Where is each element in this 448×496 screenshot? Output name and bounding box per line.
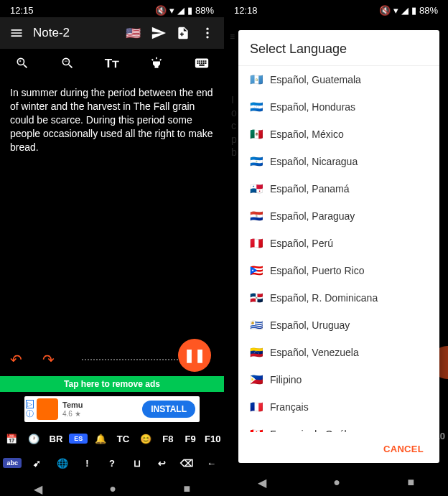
key-br[interactable]: BR (47, 434, 65, 444)
language-name: Español, Guatemala (270, 74, 361, 85)
keyboard-row-1: 📅 🕐 BR ES 🔔 TC 😊 F8 F9 F10 (0, 426, 224, 451)
key-f9[interactable]: F9 (181, 434, 200, 444)
ad-install-button[interactable]: INSTALL (142, 401, 195, 418)
dialog-actions: CANCEL (238, 432, 439, 463)
language-name: Español, México (270, 128, 344, 140)
language-item[interactable]: 🇫🇷Français (238, 393, 439, 421)
language-item[interactable]: 🇺🇾Español, Uruguay (238, 312, 439, 339)
flag-icon: 🇭🇳 (250, 100, 263, 113)
ad-subtitle: 4.6 ★ (62, 410, 81, 418)
nav-back-icon[interactable]: ◀ (34, 482, 42, 496)
globe-icon[interactable]: 🌐 (53, 458, 72, 469)
ad-label-icon: ▷ (26, 400, 34, 408)
phone-left: 12:15 🔇 ▾ ◢ ▮ 88% Note-2 🇺🇸 T (0, 0, 224, 496)
key-f8[interactable]: F8 (159, 434, 177, 444)
language-item[interactable]: 🇵🇭Filipino (238, 366, 439, 393)
send-icon[interactable] (146, 17, 171, 49)
zoom-out-icon[interactable] (53, 49, 82, 78)
battery-percent: 88% (195, 5, 214, 16)
text-format-icon[interactable]: Tᴛ (98, 49, 126, 78)
badge-icon[interactable]: ES (69, 434, 88, 444)
battery-icon: ▮ (411, 5, 416, 16)
status-bar: 12:15 🔇 ▾ ◢ ▮ 88% (0, 0, 224, 17)
ad-info-icon: ⓘ (26, 408, 34, 419)
key-excl[interactable]: ! (78, 458, 96, 469)
flag-icon: 🇺🇾 (250, 319, 263, 332)
remove-ads-bar[interactable]: Tap here to remove ads (0, 376, 224, 392)
ad-banner[interactable]: ▷ ⓘ Temu 4.6 ★ INSTALL (24, 396, 200, 422)
redo-icon[interactable]: ↷ (42, 351, 55, 368)
smile-icon[interactable]: 😊 (136, 434, 155, 444)
svg-point-0 (206, 28, 208, 30)
key-space[interactable]: ⊔ (128, 458, 146, 469)
language-item[interactable]: 🇵🇦Español, Panamá (238, 175, 439, 202)
nav-home-icon[interactable]: ● (109, 482, 116, 495)
mute-icon: 🔇 (379, 5, 391, 16)
menu-icon[interactable] (4, 17, 29, 49)
language-item[interactable]: 🇭🇳Español, Honduras (238, 93, 439, 121)
clock-icon[interactable]: 🕐 (24, 434, 43, 444)
language-name: Español, Panamá (270, 183, 350, 195)
language-name: Español, Puerto Rico (270, 265, 365, 276)
arrow-icon[interactable]: ➹ (28, 458, 47, 469)
key-tc[interactable]: TC (114, 434, 133, 444)
nav-home-icon[interactable]: ● (333, 476, 340, 489)
flag-icon: 🇫🇷 (250, 401, 263, 413)
key-left[interactable]: ← (202, 458, 221, 469)
bell-icon[interactable]: 🔔 (91, 434, 110, 444)
language-item[interactable]: 🇩🇴Español, R. Dominicana (238, 284, 439, 312)
nav-bar: ◀ ● ■ (224, 469, 448, 496)
undo-icon[interactable]: ↶ (10, 351, 22, 368)
editor-toolbar: Tᴛ (0, 49, 224, 78)
language-item[interactable]: 🇻🇪Español, Venezuela (238, 339, 439, 366)
language-item[interactable]: 🇵🇷Español, Puerto Rico (238, 257, 439, 284)
ad-text: Temu 4.6 ★ (62, 401, 142, 418)
key-f10[interactable]: F10 (203, 434, 222, 444)
pause-fab[interactable]: ❚❚ (178, 339, 211, 372)
select-language-dialog: Select Language 🇬🇹Español, Guatemala🇭🇳Es… (238, 30, 439, 463)
flag-icon: 🇬🇹 (250, 73, 263, 86)
keyboard-icon[interactable] (187, 49, 216, 78)
overflow-icon[interactable] (195, 17, 220, 49)
flag-icon: 🇲🇽 (250, 128, 263, 141)
flag-icon: 🇵🇭 (250, 373, 263, 386)
dialog-title: Select Language (238, 30, 439, 66)
undo-row: ↶ ↷ ❚❚ (0, 343, 224, 376)
battery-icon: ▮ (187, 5, 192, 16)
ad-title: Temu (62, 401, 83, 409)
nav-recents-icon[interactable]: ■ (408, 476, 415, 489)
language-item[interactable]: 🇲🇽Español, México (238, 121, 439, 148)
signal-icon: ◢ (401, 5, 409, 16)
status-right: 🔇 ▾ ◢ ▮ 88% (379, 5, 438, 16)
mute-icon: 🔇 (155, 5, 167, 16)
language-item[interactable]: 🇵🇪Español, Perú (238, 230, 439, 257)
flag-icon: 🇵🇦 (250, 182, 263, 195)
language-item[interactable]: 🇬🇹Español, Guatemala (238, 66, 439, 93)
language-item[interactable]: 🇵🇾Español, Paraguay (238, 202, 439, 230)
flag-icon: 🇻🇪 (250, 346, 263, 359)
new-note-icon[interactable] (171, 17, 195, 49)
language-item[interactable]: 🇳🇮Español, Nicaragua (238, 148, 439, 175)
flag-icon: 🇳🇮 (250, 155, 263, 168)
cancel-button[interactable]: CANCEL (378, 438, 429, 460)
app-bar: Note-2 🇺🇸 (0, 17, 224, 49)
key-return[interactable]: ↩ (152, 458, 171, 469)
language-list[interactable]: 🇬🇹Español, Guatemala🇭🇳Español, Honduras🇲… (238, 66, 439, 432)
highlight-icon[interactable] (142, 49, 171, 78)
key-qmark[interactable]: ? (103, 458, 121, 469)
nav-back-icon[interactable]: ◀ (258, 476, 266, 490)
zoom-in-icon[interactable] (8, 49, 37, 78)
signal-icon: ◢ (177, 5, 185, 16)
calendar-icon[interactable]: 📅 (2, 434, 21, 444)
language-flag[interactable]: 🇺🇸 (126, 26, 141, 41)
language-name: Filipino (270, 374, 302, 385)
status-time: 12:18 (234, 5, 258, 16)
nav-recents-icon[interactable]: ■ (184, 482, 191, 495)
editor-content[interactable]: In summer during the period between the … (0, 78, 224, 343)
key-backspace[interactable]: ⌫ (177, 458, 196, 469)
language-item[interactable]: 🇨🇦Français du Québec (238, 421, 439, 432)
language-name: Español, Honduras (270, 101, 355, 113)
flag-icon: 🇵🇷 (250, 264, 263, 277)
abc-icon[interactable]: abc (3, 458, 22, 468)
keyboard-row-2: abc ➹ 🌐 ! ? ⊔ ↩ ⌫ ← (0, 451, 224, 475)
